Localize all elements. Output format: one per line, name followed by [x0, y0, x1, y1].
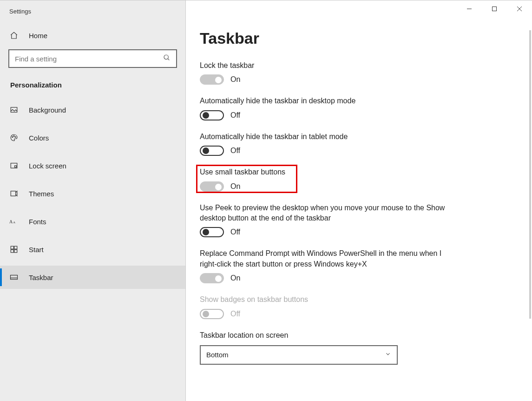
setting-small-taskbar-buttons: Use small taskbar buttons On [200, 167, 460, 191]
search-input[interactable] [8, 49, 177, 68]
setting-taskbar-location: Taskbar location on screen Bottom [200, 330, 460, 365]
setting-label: Show badges on taskbar buttons [200, 294, 460, 305]
toggle-state: On [230, 182, 240, 191]
setting-autohide-tablet: Automatically hide the taskbar in tablet… [200, 132, 460, 156]
maximize-button[interactable] [482, 0, 507, 17]
sidebar-item-label: Colors [29, 134, 49, 142]
palette-icon [9, 133, 19, 142]
svg-rect-11 [11, 246, 13, 249]
toggle-small-taskbar-buttons[interactable] [200, 181, 224, 192]
themes-icon [9, 189, 19, 198]
svg-point-4 [13, 135, 14, 136]
svg-rect-14 [14, 250, 17, 253]
toggle-use-peek[interactable] [200, 227, 224, 237]
lockscreen-icon [9, 161, 19, 170]
minimize-button[interactable] [457, 0, 482, 17]
sidebar-item-themes[interactable]: Themes [0, 182, 185, 205]
sidebar-item-label: Lock screen [29, 162, 66, 170]
toggle-autohide-tablet[interactable] [200, 146, 224, 156]
taskbar-icon [9, 273, 19, 282]
search-text-field[interactable] [15, 55, 163, 63]
svg-point-5 [15, 137, 16, 138]
svg-rect-12 [14, 246, 17, 249]
picture-icon [9, 105, 19, 114]
svg-rect-13 [11, 250, 13, 253]
toggle-state: On [230, 274, 240, 282]
sidebar-item-label: Themes [29, 190, 54, 198]
svg-text:A: A [9, 219, 13, 224]
sidebar-item-lockscreen[interactable]: Lock screen [0, 154, 185, 177]
home-icon [9, 31, 19, 40]
scrollbar[interactable] [529, 30, 531, 319]
setting-label: Lock the taskbar [200, 60, 460, 71]
sidebar-home-label: Home [29, 32, 47, 40]
setting-replace-cmd-powershell: Replace Command Prompt with Windows Powe… [200, 248, 460, 283]
svg-point-3 [12, 137, 13, 138]
setting-label: Use Peek to preview the desktop when you… [200, 203, 460, 224]
setting-autohide-desktop: Automatically hide the taskbar in deskto… [200, 96, 460, 120]
sidebar-item-label: Taskbar [29, 274, 53, 281]
toggle-state: On [230, 75, 240, 84]
setting-lock-taskbar: Lock the taskbar On [200, 60, 460, 85]
chevron-down-icon [385, 351, 391, 359]
sidebar-item-start[interactable]: Start [0, 238, 185, 261]
sidebar-item-taskbar[interactable]: Taskbar [0, 266, 185, 289]
sidebar-item-background[interactable]: Background [0, 98, 185, 121]
svg-rect-8 [11, 191, 16, 196]
sidebar: Settings Home Personalization Background… [0, 0, 186, 401]
toggle-state: Off [230, 310, 240, 318]
sidebar-item-label: Start [29, 246, 44, 254]
sidebar-item-label: Fonts [29, 218, 46, 226]
search-icon [163, 54, 171, 63]
svg-rect-2 [11, 107, 17, 113]
toggle-state: Off [230, 228, 240, 236]
sidebar-item-label: Background [29, 106, 66, 114]
toggle-autohide-desktop[interactable] [200, 110, 224, 120]
close-button[interactable] [507, 0, 532, 17]
fonts-icon: AA [9, 217, 19, 226]
sidebar-home[interactable]: Home [0, 26, 185, 45]
setting-show-badges: Show badges on taskbar buttons Off [200, 294, 460, 319]
setting-label: Automatically hide the taskbar in tablet… [200, 132, 460, 142]
svg-rect-18 [493, 7, 497, 11]
setting-use-peek: Use Peek to preview the desktop when you… [200, 203, 460, 238]
toggle-state: Off [230, 111, 240, 120]
setting-label: Use small taskbar buttons [200, 167, 460, 177]
svg-rect-7 [15, 166, 17, 167]
svg-rect-15 [11, 275, 18, 280]
toggle-state: Off [230, 147, 240, 155]
start-icon [9, 245, 19, 254]
setting-label: Automatically hide the taskbar in deskto… [200, 96, 460, 106]
dropdown-value: Bottom [206, 351, 229, 359]
sidebar-item-fonts[interactable]: AA Fonts [0, 210, 185, 233]
main-content: Taskbar Lock the taskbar On Automaticall… [186, 0, 532, 401]
page-title: Taskbar [200, 29, 532, 47]
setting-label: Replace Command Prompt with Windows Powe… [200, 248, 460, 269]
sidebar-item-colors[interactable]: Colors [0, 126, 185, 149]
sidebar-category: Personalization [0, 77, 185, 98]
toggle-replace-cmd-powershell[interactable] [200, 273, 224, 283]
setting-label: Taskbar location on screen [200, 330, 460, 341]
svg-point-0 [164, 55, 168, 59]
toggle-show-badges [200, 309, 224, 319]
window-title: Settings [0, 7, 185, 26]
window-controls [457, 0, 532, 17]
dropdown-taskbar-location[interactable]: Bottom [200, 345, 398, 365]
toggle-lock-taskbar[interactable] [200, 74, 224, 85]
svg-text:A: A [13, 221, 15, 224]
svg-line-1 [168, 59, 169, 60]
